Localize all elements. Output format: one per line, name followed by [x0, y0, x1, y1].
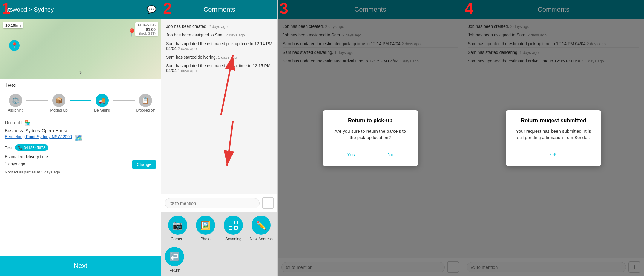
step-label-3: 3: [278, 0, 290, 17]
delivery-time-row: 1 days ago Change: [5, 160, 156, 169]
business-label: Business:: [5, 128, 24, 133]
panel-3: 3 Comments Job has been created. 2 days …: [278, 0, 463, 276]
store-icon: 🏪: [25, 120, 31, 126]
panel-1-header: atswood > Sydney 💬: [0, 0, 161, 19]
step-label-picking-up: Picking Up: [50, 108, 67, 112]
step-line-1: [26, 100, 48, 101]
dialog-overlay-4: Return reuqest submitted Your request ha…: [463, 0, 644, 276]
dialog-title-4: Return reuqest submitted: [514, 118, 593, 124]
address-link[interactable]: Bennelong Point Sydney NSW 2000 🗺️: [5, 134, 156, 142]
panel-2-header: Comments: [161, 0, 277, 19]
scanning-icon: [224, 216, 243, 235]
svg-rect-5: [234, 221, 237, 224]
step-circle-dropped-off: 📋: [139, 94, 152, 107]
map-chevron-down[interactable]: ›: [79, 68, 82, 77]
contact-row: Test 📞 0412345678: [5, 144, 156, 151]
return-row: ↩️ Return: [161, 245, 277, 276]
step-dropped-off: 📋 Dropped off: [135, 94, 156, 112]
dialog-request-submitted: Return reuqest submitted Your request ha…: [506, 110, 601, 166]
plus-button-2[interactable]: +: [262, 197, 274, 209]
change-button[interactable]: Change: [132, 160, 156, 169]
delivery-time: 1 days ago: [5, 161, 25, 166]
status-steps: ⚖️ Assigning 📦 Picking Up 🚚 Delivering 📋…: [0, 90, 161, 116]
job-title: Test: [0, 79, 161, 90]
phone-icon: 📞: [18, 145, 23, 150]
info-section: Drop off: 🏪 Business: Sydney Opera House…: [0, 116, 161, 256]
business-name-value: Sydney Opera House: [25, 128, 68, 133]
dialog-overlay-3: Return to pick-up Are you sure to return…: [278, 0, 463, 276]
panel-2: 2 Comments Job has been created. 2 days …: [161, 0, 278, 276]
step-line-3: [113, 100, 134, 101]
dialog-no-button[interactable]: No: [380, 151, 401, 159]
svg-rect-4: [229, 221, 232, 224]
comments-list-2: Job has been created. 2 days ago Job has…: [161, 19, 277, 194]
step-delivering: 🚚 Delivering: [91, 94, 113, 112]
next-button[interactable]: Next: [0, 256, 161, 276]
map-area: 10.10km #10427995 $1.00 (incl. GST) 📍 📍 …: [0, 19, 161, 79]
step-label-2: 2: [161, 0, 174, 17]
svg-rect-6: [229, 226, 232, 229]
map-pin-end: 📍: [127, 28, 137, 38]
mention-area-2: +: [161, 194, 277, 212]
comment-4: Sam has started delivering. 1 days ago: [166, 54, 273, 61]
step-assigning: ⚖️ Assigning: [5, 94, 26, 112]
photo-icon: 🖼️: [196, 216, 215, 235]
panel-1: 1 atswood > Sydney 💬 10.10km #10427995 $…: [0, 0, 161, 276]
action-return[interactable]: ↩️ Return: [165, 247, 184, 272]
panel-2-header-title: Comments: [203, 6, 235, 13]
step-label-assigning: Assigning: [8, 108, 23, 112]
dialog-yes-button[interactable]: Yes: [340, 151, 362, 159]
delivery-label: Estimated delivery time:: [5, 154, 156, 159]
notified-text: Notified all parties at 1 days ago.: [5, 170, 156, 174]
step-circle-picking-up: 📦: [52, 94, 65, 107]
mention-input-2[interactable]: [165, 198, 260, 208]
step-label-delivering: Delivering: [94, 108, 110, 112]
dropoff-title: Drop off: 🏪: [5, 120, 156, 126]
phone-badge[interactable]: 📞 0412345678: [15, 144, 48, 151]
action-camera[interactable]: 📷 Camera: [165, 216, 190, 241]
camera-icon: 📷: [168, 216, 187, 235]
dialog-buttons-4: OK: [514, 147, 593, 159]
dialog-message-4: Your request has been submitted. It is s…: [514, 128, 593, 141]
step-circle-assigning: ⚖️: [9, 94, 22, 107]
price-badge: #10427995 $1.00 (incl. GST): [135, 22, 158, 36]
order-id: #10427995: [138, 23, 156, 27]
action-grid: 📷 Camera 🖼️ Photo Scanning ✏️ New Addres…: [161, 212, 277, 245]
dialog-buttons-3: Yes No: [331, 147, 410, 159]
action-scanning[interactable]: Scanning: [221, 216, 246, 241]
step-picking-up: 📦 Picking Up: [48, 94, 70, 112]
dialog-title-3: Return to pick-up: [331, 118, 410, 124]
comment-5: Sam has updated the estimated arrival ti…: [166, 62, 273, 74]
step-circle-delivering: 🚚: [96, 94, 109, 107]
dialog-return-pickup: Return to pick-up Are you sure to return…: [323, 110, 418, 166]
action-new-address[interactable]: ✏️ New Address: [249, 216, 274, 241]
distance-badge: 10.10km: [3, 22, 23, 28]
dialog-ok-button[interactable]: OK: [543, 151, 564, 159]
map-icon: 🗺️: [74, 134, 82, 142]
chat-icon[interactable]: 💬: [147, 5, 156, 14]
comment-3: Sam has updated the estimated pick up ti…: [166, 40, 273, 52]
step-label-4: 4: [463, 0, 475, 17]
return-icon: ↩️: [165, 247, 184, 266]
map-pin-start: 📍: [9, 40, 20, 51]
comment-1: Job has been created. 2 days ago: [166, 23, 273, 30]
new-address-icon: ✏️: [252, 216, 271, 235]
action-photo[interactable]: 🖼️ Photo: [193, 216, 218, 241]
step-line-2: [70, 100, 91, 101]
comment-2: Job has been assigned to Sam. 2 days ago: [166, 31, 273, 39]
step-label-1: 1: [0, 0, 12, 17]
step-label-dropped-off: Dropped off: [136, 108, 155, 112]
svg-rect-7: [234, 226, 237, 229]
business-name: Business: Sydney Opera House: [5, 128, 156, 133]
dialog-message-3: Are you sure to return the parcels to th…: [331, 128, 410, 141]
panel-4: 4 Comments Job has been created. 2 days …: [463, 0, 644, 276]
